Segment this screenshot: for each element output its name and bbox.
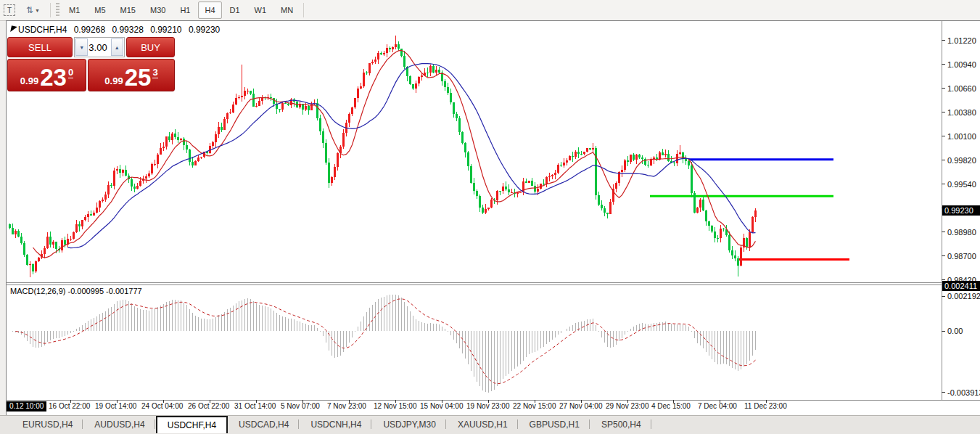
time-tick-mark: [163, 400, 164, 403]
price-tick-mark: [942, 112, 945, 112]
buy-price-big: 25: [125, 67, 152, 89]
symbol-tab-xauusd[interactable]: XAUUSD,H1: [447, 416, 519, 433]
price-tick-mark: [942, 255, 945, 256]
timeframe-group: M1M5M15M30H1H4D1W1MN: [62, 1, 300, 19]
sell-price-button[interactable]: 0.99 23 0: [7, 59, 86, 91]
current-price-box: 0.99230: [942, 205, 980, 216]
time-tick-mark: [766, 400, 767, 403]
time-axis-label: 7 Nov 23:00: [327, 402, 366, 410]
symbol-tab-bar: EURUSD,H4AUDUSD,H4USDCHF,H4USDCAD,H4USDC…: [0, 415, 980, 434]
macd-tick-label: 0.00: [947, 327, 963, 335]
price-tick-label: 0.99540: [947, 180, 976, 189]
time-tick-mark: [720, 400, 720, 403]
price-tick-label: 1.00380: [947, 108, 976, 117]
time-tick-mark: [117, 400, 118, 403]
dropdown-caret-icon: ▼: [35, 8, 40, 13]
volume-value[interactable]: 3.00: [88, 38, 110, 57]
price-tick-label: 1.00940: [947, 60, 976, 69]
text-tool-button[interactable]: T: [1, 1, 18, 19]
time-tick-mark: [302, 400, 303, 403]
time-tick-mark: [210, 400, 210, 403]
price-tick-label: 1.00660: [947, 84, 976, 93]
volume-stepper[interactable]: ▼ 3.00 ▲: [74, 37, 125, 57]
sell-price-pipette: 0: [68, 67, 73, 78]
price-tick-mark: [942, 184, 945, 184]
timeframe-button-m30[interactable]: M30: [144, 1, 172, 19]
price-tick-label: 0.98700: [947, 252, 976, 261]
macd-tick-mark: [942, 296, 945, 297]
timeframe-button-mn[interactable]: MN: [274, 1, 300, 19]
sell-button[interactable]: SELL: [7, 37, 73, 57]
price-tick-mark: [942, 40, 945, 41]
symbol-tab-usdcnh[interactable]: USDCNH,H4: [300, 416, 372, 433]
macd-label: MACD(12,26,9) -0.000995 -0.001777: [10, 287, 142, 295]
price-tick-mark: [942, 64, 945, 65]
buy-price-small: 0.99: [104, 75, 123, 86]
macd-tick-mark: [942, 331, 945, 332]
symbol-tab-audusd[interactable]: AUDUSD,H4: [83, 416, 155, 433]
symbol-tab-usdcad[interactable]: USDCAD,H4: [228, 416, 300, 433]
time-axis-label: 19 Nov 23:00: [466, 402, 510, 410]
panel-divider[interactable]: [7, 282, 980, 283]
sell-price-big: 23: [40, 67, 67, 89]
timeframe-button-h4[interactable]: H4: [198, 1, 221, 19]
arrows-tool-button[interactable]: ⇅ ▼: [20, 1, 46, 19]
volume-decrease-icon[interactable]: ▼: [75, 38, 88, 56]
time-tick-mark: [70, 400, 71, 403]
time-axis-label: 16 Oct 22:00: [49, 402, 90, 410]
bar-high: 0.99328: [112, 25, 143, 35]
current-macd-box: 0.002411: [942, 281, 980, 291]
timeframe-button-m15[interactable]: M15: [114, 1, 142, 19]
macd-tick-label: -0.003913: [947, 388, 980, 397]
chart-window[interactable]: USDCHF,H4 0.99268 0.99328 0.99210 0.9923…: [6, 20, 980, 417]
timeframe-button-h1[interactable]: H1: [173, 1, 197, 19]
time-tick-mark: [442, 400, 442, 403]
symbol-tab-usdjpy[interactable]: USDJPY,M30: [372, 416, 446, 433]
price-tick-mark: [942, 160, 945, 160]
symbol-tab-usdchf[interactable]: USDCHF,H4: [156, 416, 228, 433]
price-tick-label: 1.01220: [947, 36, 976, 45]
macd-name: MACD(12,26,9): [10, 287, 65, 295]
price-tick-mark: [942, 88, 945, 89]
symbol-tab-sp500[interactable]: SP500,H4: [590, 416, 652, 433]
one-click-trade-panel: SELL ▼ 3.00 ▲ BUY 0.99 23 0 0.99 25 3: [7, 37, 174, 107]
chart-symbol: USDCHF,H4: [18, 25, 67, 35]
price-tick-mark: [942, 136, 945, 136]
time-marker-box: 0.12 10:00: [7, 401, 46, 412]
timeframe-button-m5[interactable]: M5: [88, 1, 112, 19]
toolbar-grip[interactable]: [56, 3, 59, 17]
timeframe-button-m1[interactable]: M1: [62, 1, 86, 19]
macd-signal-line: [16, 299, 756, 384]
toolbar-separator: [50, 3, 51, 17]
time-axis-label: 4 Dec 15:00: [651, 402, 691, 410]
macd-histogram-layer: [10, 295, 756, 393]
time-axis-label: 29 Nov 23:00: [606, 402, 649, 410]
time-tick-mark: [673, 400, 674, 403]
time-axis-label: 19 Oct 14:00: [95, 402, 136, 410]
symbol-tab-gbpusd[interactable]: GBPUSD,H1: [519, 416, 590, 433]
buy-price-pipette: 3: [152, 67, 157, 78]
bar-close: 0.99230: [189, 25, 220, 35]
time-tick-mark: [395, 400, 396, 403]
buy-price-button[interactable]: 0.99 25 3: [88, 59, 175, 91]
panel-divider[interactable]: [7, 284, 980, 285]
time-axis-label: 7 Dec 04:00: [698, 402, 737, 410]
macd-indicator-canvas[interactable]: [8, 285, 942, 400]
time-axis-label: 11 Dec 23:00: [744, 402, 787, 410]
toolbar-separator: [303, 3, 304, 17]
top-toolbar: T ⇅ ▼ M1M5M15M30H1H4D1W1MN: [0, 0, 980, 21]
buy-button[interactable]: BUY: [126, 37, 175, 57]
time-tick-mark: [581, 400, 582, 403]
timeframe-button-w1[interactable]: W1: [248, 1, 273, 19]
macd-tick-mark: [942, 392, 945, 393]
symbol-tab-eurusd[interactable]: EURUSD,H4: [12, 416, 83, 433]
time-axis-line: [7, 400, 980, 401]
timeframe-button-d1[interactable]: D1: [223, 1, 247, 19]
sell-price-small: 0.99: [20, 75, 38, 86]
macd-values: -0.000995 -0.001777: [67, 287, 141, 295]
volume-increase-icon[interactable]: ▲: [111, 38, 123, 56]
price-tick-label: 0.99820: [947, 156, 976, 165]
bar-open: 0.99268: [74, 25, 105, 35]
bar-low: 0.99210: [150, 25, 181, 35]
time-axis-label: 15 Nov 04:00: [420, 402, 464, 410]
